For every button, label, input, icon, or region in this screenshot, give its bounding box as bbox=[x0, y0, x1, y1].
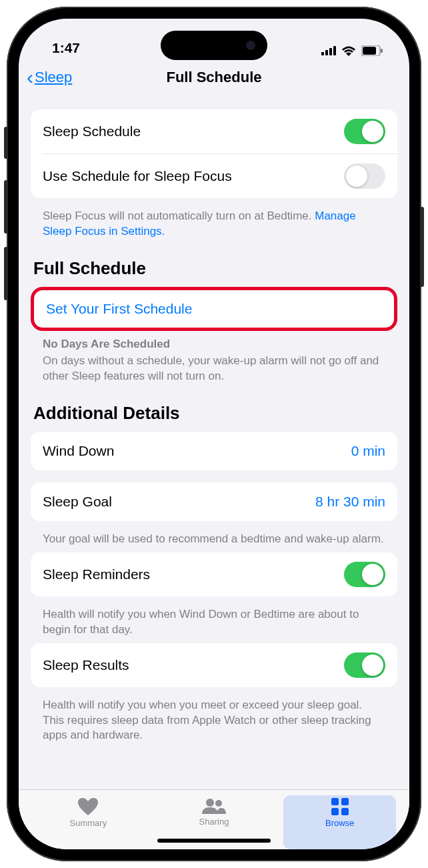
cellular-icon bbox=[321, 46, 336, 55]
chevron-left-icon: ‹ bbox=[27, 66, 33, 89]
no-days-body: On days without a schedule, your wake-up… bbox=[31, 352, 397, 384]
sleep-schedule-row: Sleep Schedule bbox=[31, 109, 397, 153]
wind-down-value: 0 min bbox=[351, 443, 385, 459]
back-button[interactable]: ‹ Sleep bbox=[27, 66, 72, 89]
sleep-reminders-card: Sleep Reminders bbox=[31, 552, 397, 596]
back-label: Sleep bbox=[35, 69, 72, 86]
page-title: Full Schedule bbox=[166, 69, 261, 86]
svg-rect-10 bbox=[341, 798, 349, 805]
schedule-settings-card: Sleep Schedule Use Schedule for Sleep Fo… bbox=[31, 109, 397, 198]
svg-point-8 bbox=[215, 800, 222, 807]
use-for-focus-row: Use Schedule for Sleep Focus bbox=[31, 154, 397, 198]
svg-rect-3 bbox=[333, 46, 336, 55]
svg-rect-6 bbox=[381, 49, 383, 53]
additional-details-header: Additional Details bbox=[31, 384, 397, 432]
sleep-results-label: Sleep Results bbox=[43, 657, 129, 673]
no-days-title: No Days Are Scheduled bbox=[31, 331, 397, 352]
people-icon bbox=[202, 798, 226, 814]
sleep-results-toggle[interactable] bbox=[344, 653, 385, 678]
set-first-schedule-card[interactable]: Set Your First Schedule bbox=[31, 287, 397, 331]
grid-icon bbox=[331, 798, 349, 815]
tab-summary-label: Summary bbox=[70, 818, 107, 828]
sleep-reminders-label: Sleep Reminders bbox=[43, 566, 150, 582]
wind-down-label: Wind Down bbox=[43, 443, 114, 459]
svg-rect-2 bbox=[329, 48, 332, 55]
sleep-results-card: Sleep Results bbox=[31, 643, 397, 687]
tab-sharing-label: Sharing bbox=[199, 817, 229, 827]
svg-point-7 bbox=[206, 799, 214, 807]
use-for-focus-toggle[interactable] bbox=[344, 163, 385, 189]
set-first-schedule-link[interactable]: Set Your First Schedule bbox=[46, 301, 192, 316]
battery-icon bbox=[361, 45, 383, 56]
sleep-goal-card[interactable]: Sleep Goal 8 hr 30 min bbox=[31, 482, 397, 521]
sleep-results-footer: Health will notify you when you meet or … bbox=[31, 693, 397, 757]
sleep-reminders-toggle[interactable] bbox=[344, 562, 385, 587]
sleep-goal-label: Sleep Goal bbox=[43, 494, 112, 510]
home-indicator[interactable] bbox=[157, 839, 271, 843]
tab-browse[interactable]: Browse bbox=[283, 795, 396, 849]
wind-down-card[interactable]: Wind Down 0 min bbox=[31, 432, 397, 470]
wifi-icon bbox=[341, 45, 356, 56]
sleep-goal-footer: Your goal will be used to recommend a be… bbox=[31, 526, 397, 547]
heart-icon bbox=[78, 798, 98, 815]
use-for-focus-label: Use Schedule for Sleep Focus bbox=[43, 168, 232, 184]
svg-rect-11 bbox=[331, 808, 339, 815]
focus-footer: Sleep Focus will not automatically turn … bbox=[31, 203, 397, 240]
content-scroll[interactable]: Sleep Schedule Use Schedule for Sleep Fo… bbox=[19, 96, 409, 789]
svg-rect-0 bbox=[321, 52, 324, 55]
tab-summary[interactable]: Summary bbox=[32, 795, 145, 849]
nav-bar: ‹ Sleep Full Schedule bbox=[19, 59, 409, 96]
sleep-reminders-footer: Health will notify you when Wind Down or… bbox=[31, 602, 397, 638]
full-schedule-header: Full Schedule bbox=[31, 240, 397, 287]
svg-rect-5 bbox=[363, 47, 376, 55]
dynamic-island bbox=[161, 31, 267, 60]
svg-rect-9 bbox=[331, 798, 339, 805]
tab-browse-label: Browse bbox=[325, 818, 354, 828]
svg-rect-1 bbox=[325, 50, 328, 55]
svg-rect-12 bbox=[341, 808, 349, 815]
status-time: 1:47 bbox=[52, 40, 80, 56]
sleep-goal-value: 8 hr 30 min bbox=[315, 494, 385, 510]
sleep-schedule-toggle[interactable] bbox=[344, 119, 385, 144]
sleep-schedule-label: Sleep Schedule bbox=[43, 123, 141, 139]
